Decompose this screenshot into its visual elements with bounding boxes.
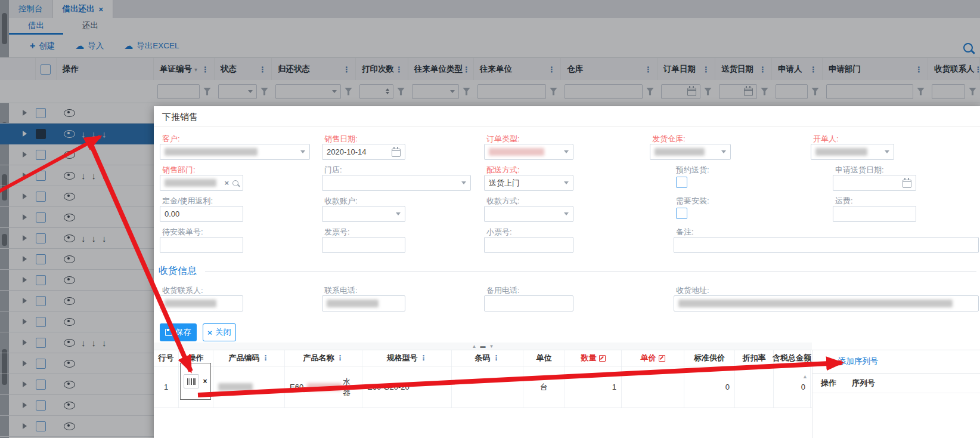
receipt-no-input[interactable] [484, 237, 573, 253]
delete-row-icon[interactable]: × [203, 377, 207, 385]
items-column-label: 产品名称 [303, 353, 334, 363]
ship-warehouse-select[interactable] [650, 144, 731, 160]
collection-account-select[interactable] [322, 206, 405, 222]
items-header-total: 含税总金额 [774, 350, 811, 366]
dropdown-icon[interactable] [564, 212, 569, 215]
sale-date-input[interactable]: 2020-10-14 [322, 144, 405, 160]
scheduled-delivery-checkbox[interactable] [676, 177, 687, 188]
field-label-pending-install-no: 待安装单号: [162, 227, 203, 237]
receive-address-input[interactable] [674, 295, 979, 311]
serial-table-header: 操作 序列号 [812, 374, 980, 393]
field-label-bill-creator: 开单人: [813, 134, 839, 144]
blurred-product-name [307, 383, 341, 391]
pending-install-no-input[interactable] [160, 237, 243, 253]
remark-input[interactable] [674, 237, 979, 253]
blurred-value [165, 148, 258, 156]
field-label-scheduled-delivery: 预约送货: [676, 165, 709, 175]
serial-ops-header: 操作 [812, 378, 852, 388]
dropdown-icon[interactable] [564, 150, 569, 153]
scroll-up-icon[interactable]: ▲ [802, 374, 808, 380]
dropdown-icon[interactable] [564, 181, 569, 184]
field-label-request-delivery-date: 申请送货日期: [835, 165, 884, 175]
column-menu-icon[interactable]: ⋮ [337, 354, 344, 362]
customer-select[interactable] [160, 144, 310, 160]
contact-phone-input[interactable] [322, 295, 405, 311]
product-name-suffix: 水器 [343, 377, 357, 398]
collection-method-select[interactable] [484, 206, 573, 222]
sales-dept-input[interactable]: × [160, 175, 243, 191]
items-header-spec[interactable]: 规格型号⋮ [362, 350, 452, 366]
close-icon: × [207, 328, 212, 337]
dropdown-icon[interactable] [885, 150, 889, 153]
freight-input[interactable] [833, 206, 916, 222]
product-name-prefix: E60- [290, 383, 306, 391]
items-column-label: 折扣率 [743, 353, 766, 363]
collapse-down-icon[interactable]: ▼ [489, 344, 494, 349]
items-header-barcode[interactable]: 条码⋮ [452, 350, 523, 366]
blurred-value [655, 148, 705, 156]
column-menu-icon[interactable]: ⋮ [420, 354, 427, 362]
items-column-label: 数量 [581, 353, 597, 363]
bill-creator-select[interactable] [811, 144, 894, 160]
calendar-icon[interactable] [903, 180, 911, 188]
item-cell-price [622, 366, 684, 408]
item-cell-name: E60-水器 [285, 366, 362, 408]
dropdown-icon[interactable] [461, 181, 466, 184]
section-divider [205, 272, 976, 272]
save-button[interactable]: 保存 [160, 323, 197, 341]
calendar-icon[interactable] [392, 149, 401, 157]
field-label-customer: 客户: [162, 134, 180, 144]
receive-contact-input[interactable] [160, 295, 243, 311]
column-menu-icon[interactable]: ⋮ [262, 354, 269, 362]
blurred-value [489, 148, 544, 156]
items-header-price[interactable]: 单价 [622, 350, 684, 366]
magnifier-icon[interactable] [232, 180, 238, 186]
items-header-unit: 单位 [523, 350, 565, 366]
items-header-name[interactable]: 产品名称⋮ [285, 350, 362, 366]
deposit-rebate-value: 0.00 [165, 209, 179, 218]
dropdown-icon[interactable] [300, 150, 305, 153]
collapse-up-icon[interactable]: ▲ [472, 344, 477, 349]
field-label-freight: 运费: [835, 196, 853, 206]
barcode-button[interactable] [184, 374, 199, 388]
delivery-method-select[interactable]: 送货上门 [484, 175, 573, 191]
items-header-std_price: 标准供价 [684, 350, 735, 366]
request-delivery-date-input[interactable] [833, 175, 916, 191]
dropdown-icon[interactable] [721, 150, 726, 153]
blurred-product-code [218, 383, 253, 391]
backup-phone-input[interactable] [484, 295, 573, 311]
column-menu-icon[interactable]: ⋮ [493, 354, 500, 362]
add-serial-button[interactable]: +添加序列号 [812, 350, 980, 374]
plus-icon: + [829, 357, 835, 367]
item-cell-unit: 台 [523, 366, 565, 408]
items-column-label: 含税总金额 [773, 353, 811, 363]
resize-handle-icon[interactable]: ▬ [480, 343, 486, 349]
invoice-no-input[interactable] [322, 237, 405, 253]
items-column-label: 条码 [475, 353, 491, 363]
field-label-contact-phone: 联系电话: [324, 285, 358, 296]
deposit-rebate-input[interactable]: 0.00 [160, 206, 243, 222]
field-label-remark: 备注: [676, 227, 694, 237]
close-button[interactable]: ×关闭 [203, 323, 236, 341]
field-label-backup-phone: 备用电话: [486, 285, 520, 296]
clear-icon[interactable]: × [224, 178, 229, 187]
items-column-label: 产品编码 [229, 353, 260, 363]
items-header-lineno: 行号 [154, 350, 179, 366]
edit-icon[interactable] [659, 355, 665, 362]
field-label-sales-dept: 销售部门: [162, 165, 196, 175]
items-column-label: 标准供价 [694, 353, 725, 363]
edit-icon[interactable] [599, 355, 606, 362]
panel-resize-control[interactable]: ▲▬▼ [154, 343, 812, 350]
items-header-code[interactable]: 产品编码⋮ [213, 350, 285, 366]
order-type-select[interactable] [484, 144, 573, 160]
dropdown-icon[interactable] [396, 212, 401, 215]
field-label-collection-method: 收款方式: [486, 196, 520, 206]
need-install-checkbox[interactable] [676, 208, 687, 219]
item-cell-std_price: 0 [684, 366, 735, 408]
field-label-ship-warehouse: 发货仓库: [652, 134, 686, 144]
item-cell-discount [735, 366, 774, 408]
blurred-value [327, 300, 379, 307]
store-select[interactable] [322, 175, 471, 191]
items-header-qty[interactable]: 数量 [565, 350, 622, 366]
blurred-value [678, 300, 953, 307]
